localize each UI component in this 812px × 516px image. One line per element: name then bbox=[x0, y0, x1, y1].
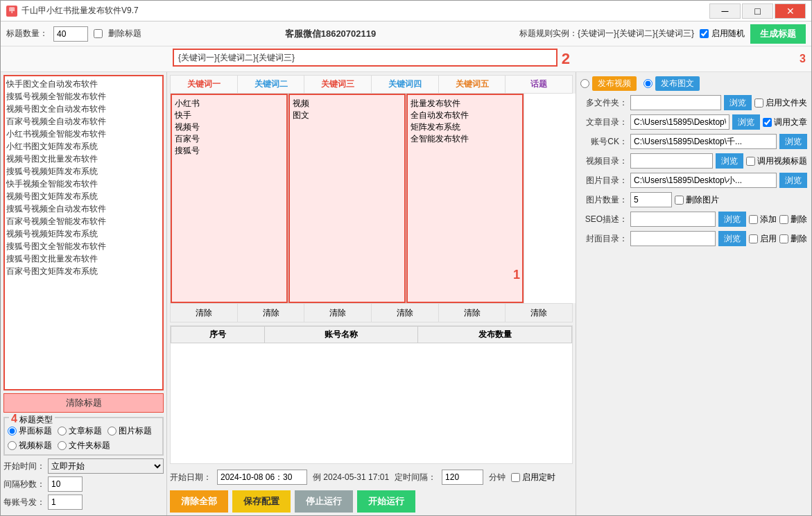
delete-image-group: 删除图片 bbox=[675, 194, 719, 206]
image-dir-input[interactable] bbox=[630, 173, 777, 188]
list-item[interactable]: 视频号图文矩阵发布系统 bbox=[6, 190, 161, 203]
video-dir-input[interactable] bbox=[630, 153, 713, 169]
cover-delete-checkbox[interactable] bbox=[779, 234, 788, 243]
call-article-label: 调用文章 bbox=[774, 117, 807, 128]
title-count-input[interactable] bbox=[53, 26, 88, 42]
interval-label: 间隔秒数： bbox=[3, 479, 45, 490]
clear-all-button[interactable]: 清除全部 bbox=[170, 490, 228, 513]
list-item[interactable]: 搜狐号视频全自动发布软件 bbox=[6, 203, 161, 215]
kw-clear4-button[interactable]: 清除 bbox=[372, 304, 439, 322]
enable-timer-label: 启用定时 bbox=[522, 472, 555, 483]
cover-enable-checkbox[interactable] bbox=[749, 234, 758, 243]
enable-random-group: 启用随机 bbox=[700, 28, 745, 40]
titles-list[interactable]: 快手图文全自动发布软件搜狐号视频全智能发布软件视频号图文全自动发布软件百家号视频… bbox=[3, 75, 164, 390]
list-item[interactable]: 百家号视频全智能发布软件 bbox=[6, 215, 161, 227]
multi-folder-input[interactable] bbox=[630, 95, 721, 110]
cover-browse-button[interactable]: 浏览 bbox=[718, 231, 746, 246]
call-video-title-checkbox[interactable] bbox=[746, 157, 755, 166]
kw-col4-header[interactable]: 关键词四 bbox=[372, 76, 439, 93]
enable-random-checkbox[interactable] bbox=[700, 29, 709, 38]
list-item[interactable]: 视频号图文全自动发布软件 bbox=[6, 103, 161, 115]
radio-ui-title[interactable] bbox=[8, 427, 17, 436]
left-panel: 快手图文全自动发布软件搜狐号视频全智能发布软件视频号图文全自动发布软件百家号视频… bbox=[1, 72, 167, 515]
seo-input[interactable] bbox=[630, 212, 716, 227]
radio-image-title[interactable] bbox=[107, 427, 116, 436]
multi-folder-browse-button[interactable]: 浏览 bbox=[724, 95, 752, 110]
kw-col1-header[interactable]: 关键词一 bbox=[171, 76, 238, 93]
radio-image-input[interactable] bbox=[643, 79, 653, 88]
kw-col1-input[interactable]: 小红书 快手 视频号 百家号 搜狐号 bbox=[171, 94, 288, 303]
kw-col2-input[interactable]: 视频 图文 bbox=[288, 94, 406, 303]
list-item[interactable]: 小红书视频全智能发布软件 bbox=[6, 128, 161, 140]
titlebar-buttons: ─ □ ✕ bbox=[709, 3, 806, 19]
list-item[interactable]: 搜狐号视频全智能发布软件 bbox=[6, 90, 161, 103]
enable-timer-checkbox[interactable] bbox=[511, 473, 520, 482]
timer-interval-input[interactable] bbox=[442, 470, 483, 485]
col-header-count: 发布数量 bbox=[418, 327, 572, 343]
cover-dir-input[interactable] bbox=[630, 231, 716, 246]
list-item[interactable]: 百家号图文矩阵发布系统 bbox=[6, 265, 161, 277]
start-time-select[interactable]: 立即开始 bbox=[48, 458, 164, 474]
cover-delete-label: 删除 bbox=[791, 233, 807, 245]
kw-clear6-button[interactable]: 清除 bbox=[506, 304, 572, 322]
seo-browse-button[interactable]: 浏览 bbox=[718, 212, 746, 227]
kw-col3-header[interactable]: 关键词三 bbox=[304, 76, 372, 93]
title-template-row: {关键词一}{关键词二}{关键词三} 2 3 bbox=[1, 46, 811, 72]
seo-add-checkbox[interactable] bbox=[749, 215, 758, 224]
delete-title-checkbox[interactable] bbox=[94, 29, 103, 38]
image-count-input[interactable] bbox=[630, 192, 672, 207]
radio-article-title[interactable] bbox=[58, 427, 67, 436]
kw-clear1-button[interactable]: 清除 bbox=[171, 304, 238, 322]
accounts-table-area[interactable]: 序号 账号名称 发布数量 bbox=[170, 325, 573, 464]
kw-clear3-button[interactable]: 清除 bbox=[304, 304, 372, 322]
radio-ui-label: 界面标题 bbox=[19, 425, 52, 437]
radio-video-input[interactable] bbox=[580, 79, 589, 88]
list-item[interactable]: 搜狐号图文全智能发布软件 bbox=[6, 240, 161, 252]
template-area: {关键词一}{关键词二}{关键词三} 2 bbox=[173, 49, 570, 69]
video-dir-browse-button[interactable]: 浏览 bbox=[716, 153, 743, 169]
list-item[interactable]: 视频号图文批量发布软件 bbox=[6, 153, 161, 165]
list-item[interactable]: 视频号视频矩阵发布系统 bbox=[6, 227, 161, 240]
account-ck-row: 账号CK： 浏览 bbox=[580, 134, 807, 149]
account-ck-browse-button[interactable]: 浏览 bbox=[779, 134, 807, 149]
list-item[interactable]: 百家号视频全自动发布软件 bbox=[6, 115, 161, 128]
list-item[interactable]: 快手视频全智能发布软件 bbox=[6, 178, 161, 190]
account-ck-label: 账号CK： bbox=[580, 136, 628, 148]
list-item[interactable]: 快手图文全自动发布软件 bbox=[6, 78, 161, 90]
kw-col1: 小红书 快手 视频号 百家号 搜狐号 bbox=[171, 94, 288, 303]
interval-input[interactable] bbox=[48, 476, 83, 492]
kw-col6-header[interactable]: 话题 bbox=[506, 76, 572, 93]
article-dir-input[interactable] bbox=[630, 114, 729, 130]
main-content: 快手图文全自动发布软件搜狐号视频全智能发布软件视频号图文全自动发布软件百家号视频… bbox=[1, 72, 811, 515]
radio-video-title[interactable] bbox=[8, 441, 17, 450]
kw-clear5-button[interactable]: 清除 bbox=[439, 304, 506, 322]
account-ck-input[interactable] bbox=[630, 134, 777, 149]
article-dir-browse-button[interactable]: 浏览 bbox=[732, 114, 760, 130]
radio-folder-title[interactable] bbox=[58, 441, 67, 450]
kw-col2-header[interactable]: 关键词二 bbox=[238, 76, 305, 93]
annotation-1: 1 bbox=[513, 268, 520, 282]
kw-col5-header[interactable]: 关键词五 bbox=[439, 76, 506, 93]
stop-button[interactable]: 停止运行 bbox=[295, 490, 353, 513]
per-account-input[interactable] bbox=[48, 495, 83, 510]
kw-col3-input[interactable]: 批量发布软件 全自动发布软件 矩阵发布系统 全智能发布软件 bbox=[406, 94, 524, 303]
list-item[interactable]: 搜狐号图文批量发布软件 bbox=[6, 252, 161, 265]
clear-titles-button[interactable]: 清除标题 bbox=[3, 393, 164, 413]
generate-title-button[interactable]: 生成标题 bbox=[750, 24, 806, 44]
list-item[interactable]: 小红书图文矩阵发布系统 bbox=[6, 140, 161, 153]
call-article-checkbox[interactable] bbox=[763, 118, 772, 127]
call-video-title-label: 调用视频标题 bbox=[757, 155, 807, 167]
kw-clear2-button[interactable]: 清除 bbox=[238, 304, 305, 322]
close-button[interactable]: ✕ bbox=[775, 3, 806, 19]
enable-folder-checkbox[interactable] bbox=[754, 98, 763, 108]
delete-image-checkbox[interactable] bbox=[675, 196, 684, 205]
maximize-button[interactable]: □ bbox=[742, 3, 773, 19]
seo-delete-checkbox[interactable] bbox=[779, 215, 788, 224]
list-item[interactable]: 搜狐号视频矩阵发布系统 bbox=[6, 165, 161, 178]
radio-video-mode: 发布视频 bbox=[580, 76, 637, 91]
image-dir-browse-button[interactable]: 浏览 bbox=[779, 173, 807, 188]
minimize-button[interactable]: ─ bbox=[709, 3, 741, 19]
start-date-input[interactable] bbox=[217, 470, 307, 485]
save-config-button[interactable]: 保存配置 bbox=[232, 490, 291, 513]
start-button[interactable]: 开始运行 bbox=[357, 490, 415, 513]
